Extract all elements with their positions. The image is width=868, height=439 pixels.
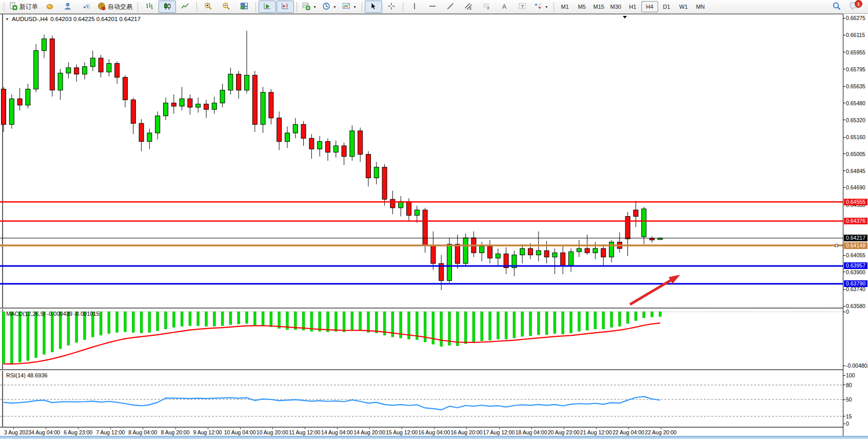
line-handle[interactable] [835,244,838,247]
timeframe-button-mn[interactable]: MN [692,1,709,12]
timeframe-button-m5[interactable]: M5 [574,1,590,12]
price-tick-label: 0.64690 [846,184,865,191]
candlestick-chart-button[interactable] [159,1,176,13]
rsi-axis-label: 80 [846,382,852,389]
macd-bar [481,312,483,341]
bear-candle [171,103,176,106]
macd-histogram [3,312,662,364]
vertical-line-button[interactable] [406,1,423,13]
bull-candle [496,254,500,258]
bull-candle [245,75,249,90]
signals-button[interactable] [77,1,94,13]
macd-bar [302,312,305,330]
chart-shift-button[interactable] [277,1,294,13]
macd-bar [189,312,191,326]
rsi-pane[interactable] [0,370,843,427]
crosshair-icon [387,2,396,12]
macd-bar [124,312,127,332]
timeframe-button-m30[interactable]: M30 [607,1,624,12]
new-order-button[interactable]: 新订单 [7,1,41,13]
chart-shift-marker[interactable] [623,16,627,18]
price-level-label: 0.64376 [844,218,867,224]
notifications-button[interactable]: 1 [849,1,861,12]
navigator-button[interactable] [59,1,76,13]
bull-candle [66,68,71,73]
periods-button[interactable]: ▼ [320,1,339,13]
toolbar: 新订单 自动交易 [0,0,868,14]
time-label: 4 Aug 04:00 [31,429,60,435]
toolbar-separator [137,2,138,12]
bear-candle [366,155,371,178]
time-label: 17 Aug 12:00 [483,429,515,435]
macd-bar [51,312,53,352]
bear-candle [601,249,606,257]
fibonacci-button[interactable]: F [478,1,495,13]
crosshair-button[interactable] [383,1,400,13]
annotation-arrow-head[interactable] [668,275,680,284]
toolbar-grip[interactable] [3,2,5,12]
time-label: 7 Aug 12:00 [96,429,125,435]
bull-candle [593,249,598,253]
macd-bar [505,312,507,339]
bear-candle [115,64,120,78]
time-label: 9 Aug 12:00 [193,429,222,435]
axis-tick [843,52,845,52]
timeframe-button-m1[interactable]: M1 [557,1,574,12]
bear-candle [561,253,565,265]
text-label-button[interactable]: T [514,1,531,13]
macd-pane[interactable] [0,309,843,369]
bear-candle [204,104,209,109]
cursor-button[interactable] [365,1,382,13]
price-axis[interactable]: 0.662750.661150.659550.657950.656350.654… [843,14,868,436]
toolbar-separator [196,2,197,12]
bar-chart-button[interactable] [141,1,158,13]
templates-button[interactable]: ▼ [340,1,359,13]
bear-candle [326,142,330,152]
timeframe-button-w1[interactable]: W1 [675,1,692,12]
zoom-out-button[interactable] [218,1,235,13]
main-chart-pane[interactable] [0,14,843,308]
tile-windows-button[interactable] [235,1,253,13]
bear-candle [139,123,144,141]
auto-scroll-button[interactable] [259,1,276,13]
horizontal-line-button[interactable] [424,1,441,13]
macd-bar [618,312,621,326]
person-icon [64,2,72,12]
equidistant-channel-button[interactable]: E [460,1,477,13]
price-tick-label: 0.63900 [846,269,865,276]
line-chart-button[interactable] [176,1,194,13]
zoom-in-button[interactable] [200,1,217,13]
macd-bar [27,312,29,360]
toolbar-separator [255,2,256,12]
search-button[interactable] [828,1,845,13]
time-axis[interactable]: 3 Aug 20234 Aug 04:006 Aug 23:007 Aug 12… [0,428,843,436]
timeframe-button-m15[interactable]: M15 [590,1,607,12]
axis-tick [843,375,845,376]
macd-bar [334,312,337,331]
timeframe-button-h4[interactable]: H4 [641,1,658,12]
new-order-icon [9,2,17,12]
timeframe-button-h1[interactable]: H1 [624,1,641,12]
zoom-in-icon [204,2,212,12]
axis-tick [843,103,845,103]
axis-tick [843,255,845,256]
auto-trading-icon [97,2,106,12]
text-button[interactable]: A [496,1,513,13]
trendline-button[interactable] [442,1,459,13]
timeframe-button-d1[interactable]: D1 [658,1,675,12]
axis-tick [843,154,845,154]
arrows-button[interactable]: ▼ [531,1,551,13]
market-watch-button[interactable] [41,1,58,13]
auto-scroll-icon [263,2,271,12]
indicators-button[interactable]: ▼ [300,1,319,13]
clock-icon [322,2,330,12]
bull-candle [609,242,614,257]
auto-trading-button[interactable]: 自动交易 [95,1,135,13]
bull-candle [261,92,265,124]
macd-bar [545,312,548,335]
price-tick-label: 0.65005 [846,151,865,158]
macd-bar [213,312,215,326]
macd-bar [562,312,564,334]
bear-candle [252,75,257,124]
one-click-collapse-icon[interactable]: ▼ [5,17,9,22]
